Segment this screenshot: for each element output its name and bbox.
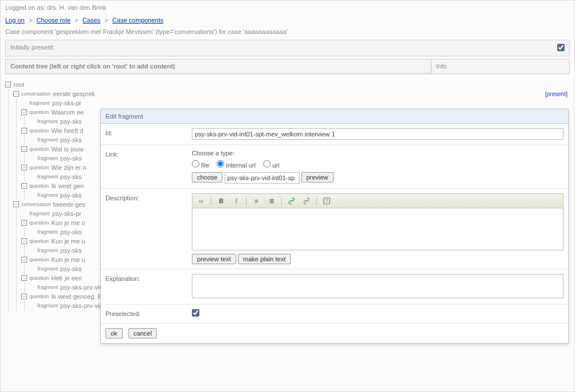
preview-text-button[interactable]: preview text [192,254,236,264]
link-icon[interactable] [286,196,297,206]
choose-button[interactable]: choose [192,172,222,182]
initially-present-bar: Initially present: [5,40,570,56]
tree-fragment[interactable]: fragmentpsy-sks-pr [21,98,570,108]
crumb-sep: > [27,17,35,24]
radio-file[interactable]: file [192,162,209,169]
source-icon[interactable]: ‹› [196,196,206,206]
collapse-icon[interactable]: − [21,128,27,134]
collapse-icon[interactable]: − [13,91,19,97]
crumb-cases[interactable]: Cases [82,17,100,24]
status-badge: [present] [545,91,568,97]
ordered-list-icon[interactable]: ≡ [251,196,262,206]
svg-text:?: ? [326,199,328,204]
logged-on-header: Logged on as: drs. H. van den Brink [1,1,574,14]
unordered-list-icon[interactable]: ≣ [266,196,277,206]
radio-url[interactable]: url [263,162,279,169]
editor-toolbar: ‹› B I ≡ ≣ [192,194,563,208]
crumb-case-components[interactable]: Case components [112,17,164,24]
radio-internal-url[interactable]: internal url [217,162,255,169]
id-label: Id: [101,124,187,144]
preselected-label: Preselected: [101,305,187,323]
explanation-textarea[interactable] [192,274,563,298]
page-subtitle: Case component 'gesprekken met Fraukje M… [1,26,574,37]
tree-root[interactable]: − root [5,80,570,89]
link-label: Link: [101,145,187,188]
description-label: Description: [101,189,187,269]
id-field[interactable] [192,128,563,140]
breadcrumb: Log on > Choose role > Cases > Case comp… [1,14,574,26]
italic-icon[interactable]: I [231,196,241,206]
link-value-field[interactable] [225,172,300,184]
description-editor: ‹› B I ≡ ≣ [192,193,563,250]
collapse-icon[interactable]: − [21,109,27,115]
make-plain-text-button[interactable]: make plain text [238,254,291,264]
unlink-icon[interactable] [301,196,312,206]
bold-icon[interactable]: B [216,196,226,206]
ok-button[interactable]: ok [105,328,123,338]
collapse-icon[interactable]: − [21,183,27,189]
edit-fragment-dialog: Edit fragment Id: Link: Choose a type: f… [100,109,569,344]
info-header: Info [431,59,569,74]
preselected-checkbox[interactable] [192,309,199,317]
content-tree-header: Content tree (left or right click on 'ro… [6,59,431,74]
explanation-label: Explanation: [101,269,187,304]
crumb-logon[interactable]: Log on [5,17,25,24]
collapse-icon[interactable]: − [5,82,11,87]
dialog-title: Edit fragment [101,109,568,124]
collapse-icon[interactable]: − [13,201,19,207]
choose-type-label: Choose a type: [192,150,563,157]
collapse-icon[interactable]: − [21,146,27,152]
description-textarea[interactable] [192,208,563,249]
tree-conversation[interactable]: − conversation eerste gesprek [present] [13,89,570,98]
initially-present-label: Initially present: [6,40,553,56]
preview-button[interactable]: preview [301,172,334,182]
column-headers: Content tree (left or right click on 'ro… [5,59,570,74]
collapse-icon[interactable]: − [21,165,27,170]
cancel-button[interactable]: cancel [128,328,157,338]
crumb-choose-role[interactable]: Choose role [36,17,70,24]
initially-present-checkbox[interactable] [557,44,565,51]
help-icon[interactable]: ? [321,196,332,206]
